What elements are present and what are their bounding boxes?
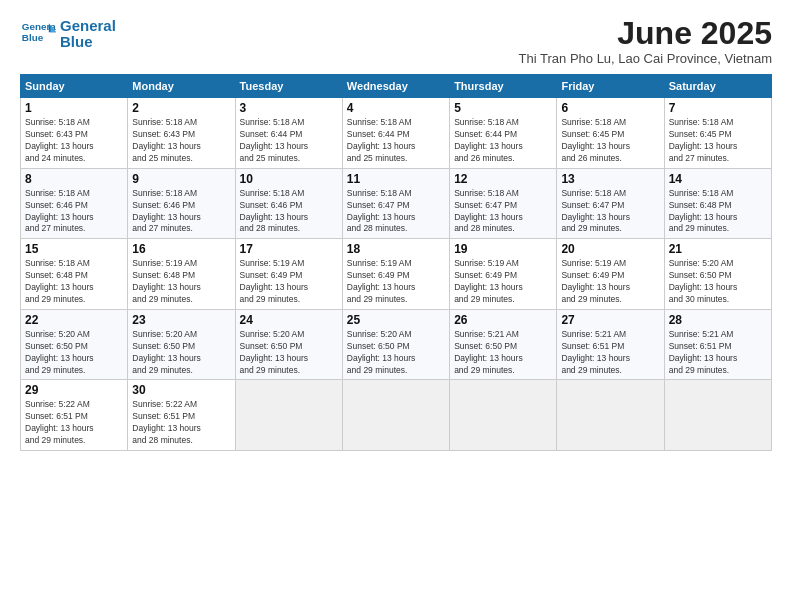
calendar-cell: 9Sunrise: 5:18 AM Sunset: 6:46 PM Daylig… <box>128 168 235 239</box>
day-of-week-header: Saturday <box>664 75 771 98</box>
day-number: 26 <box>454 313 552 327</box>
day-info: Sunrise: 5:18 AM Sunset: 6:47 PM Dayligh… <box>347 188 445 236</box>
calendar-cell: 25Sunrise: 5:20 AM Sunset: 6:50 PM Dayli… <box>342 309 449 380</box>
day-info: Sunrise: 5:18 AM Sunset: 6:47 PM Dayligh… <box>454 188 552 236</box>
day-info: Sunrise: 5:19 AM Sunset: 6:48 PM Dayligh… <box>132 258 230 306</box>
day-info: Sunrise: 5:22 AM Sunset: 6:51 PM Dayligh… <box>25 399 123 447</box>
calendar-week-row: 8Sunrise: 5:18 AM Sunset: 6:46 PM Daylig… <box>21 168 772 239</box>
calendar-cell: 10Sunrise: 5:18 AM Sunset: 6:46 PM Dayli… <box>235 168 342 239</box>
day-of-week-header: Tuesday <box>235 75 342 98</box>
calendar-cell: 17Sunrise: 5:19 AM Sunset: 6:49 PM Dayli… <box>235 239 342 310</box>
calendar-cell: 3Sunrise: 5:18 AM Sunset: 6:44 PM Daylig… <box>235 98 342 169</box>
day-number: 6 <box>561 101 659 115</box>
calendar-cell: 6Sunrise: 5:18 AM Sunset: 6:45 PM Daylig… <box>557 98 664 169</box>
calendar-cell: 22Sunrise: 5:20 AM Sunset: 6:50 PM Dayli… <box>21 309 128 380</box>
day-number: 14 <box>669 172 767 186</box>
day-number: 9 <box>132 172 230 186</box>
day-info: Sunrise: 5:18 AM Sunset: 6:45 PM Dayligh… <box>669 117 767 165</box>
location: Thi Tran Pho Lu, Lao Cai Province, Vietn… <box>519 51 772 66</box>
header: General Blue General Blue June 2025 Thi … <box>20 16 772 66</box>
calendar-cell <box>557 380 664 451</box>
day-info: Sunrise: 5:20 AM Sunset: 6:50 PM Dayligh… <box>240 329 338 377</box>
day-info: Sunrise: 5:18 AM Sunset: 6:48 PM Dayligh… <box>669 188 767 236</box>
calendar-cell: 11Sunrise: 5:18 AM Sunset: 6:47 PM Dayli… <box>342 168 449 239</box>
day-info: Sunrise: 5:18 AM Sunset: 6:43 PM Dayligh… <box>25 117 123 165</box>
day-info: Sunrise: 5:21 AM Sunset: 6:51 PM Dayligh… <box>669 329 767 377</box>
calendar-cell: 5Sunrise: 5:18 AM Sunset: 6:44 PM Daylig… <box>450 98 557 169</box>
calendar-cell: 18Sunrise: 5:19 AM Sunset: 6:49 PM Dayli… <box>342 239 449 310</box>
calendar-week-row: 1Sunrise: 5:18 AM Sunset: 6:43 PM Daylig… <box>21 98 772 169</box>
day-number: 15 <box>25 242 123 256</box>
calendar-cell: 13Sunrise: 5:18 AM Sunset: 6:47 PM Dayli… <box>557 168 664 239</box>
day-number: 19 <box>454 242 552 256</box>
calendar-cell: 1Sunrise: 5:18 AM Sunset: 6:43 PM Daylig… <box>21 98 128 169</box>
calendar-week-row: 15Sunrise: 5:18 AM Sunset: 6:48 PM Dayli… <box>21 239 772 310</box>
calendar: SundayMondayTuesdayWednesdayThursdayFrid… <box>20 74 772 451</box>
calendar-week-row: 22Sunrise: 5:20 AM Sunset: 6:50 PM Dayli… <box>21 309 772 380</box>
calendar-cell: 2Sunrise: 5:18 AM Sunset: 6:43 PM Daylig… <box>128 98 235 169</box>
day-number: 13 <box>561 172 659 186</box>
calendar-cell: 19Sunrise: 5:19 AM Sunset: 6:49 PM Dayli… <box>450 239 557 310</box>
logo: General Blue General Blue <box>20 16 116 52</box>
day-number: 16 <box>132 242 230 256</box>
logo-text-general: General <box>60 18 116 35</box>
day-info: Sunrise: 5:18 AM Sunset: 6:44 PM Dayligh… <box>454 117 552 165</box>
title-block: June 2025 Thi Tran Pho Lu, Lao Cai Provi… <box>519 16 772 66</box>
day-info: Sunrise: 5:18 AM Sunset: 6:48 PM Dayligh… <box>25 258 123 306</box>
day-number: 24 <box>240 313 338 327</box>
month-title: June 2025 <box>519 16 772 51</box>
day-info: Sunrise: 5:21 AM Sunset: 6:51 PM Dayligh… <box>561 329 659 377</box>
calendar-cell: 29Sunrise: 5:22 AM Sunset: 6:51 PM Dayli… <box>21 380 128 451</box>
calendar-week-row: 29Sunrise: 5:22 AM Sunset: 6:51 PM Dayli… <box>21 380 772 451</box>
day-number: 8 <box>25 172 123 186</box>
day-info: Sunrise: 5:18 AM Sunset: 6:43 PM Dayligh… <box>132 117 230 165</box>
day-of-week-header: Monday <box>128 75 235 98</box>
day-number: 25 <box>347 313 445 327</box>
calendar-cell <box>342 380 449 451</box>
day-info: Sunrise: 5:18 AM Sunset: 6:46 PM Dayligh… <box>240 188 338 236</box>
calendar-cell <box>450 380 557 451</box>
day-info: Sunrise: 5:18 AM Sunset: 6:44 PM Dayligh… <box>240 117 338 165</box>
calendar-cell: 12Sunrise: 5:18 AM Sunset: 6:47 PM Dayli… <box>450 168 557 239</box>
calendar-cell: 30Sunrise: 5:22 AM Sunset: 6:51 PM Dayli… <box>128 380 235 451</box>
calendar-cell <box>235 380 342 451</box>
calendar-cell: 14Sunrise: 5:18 AM Sunset: 6:48 PM Dayli… <box>664 168 771 239</box>
calendar-cell: 4Sunrise: 5:18 AM Sunset: 6:44 PM Daylig… <box>342 98 449 169</box>
day-of-week-header: Sunday <box>21 75 128 98</box>
day-info: Sunrise: 5:20 AM Sunset: 6:50 PM Dayligh… <box>347 329 445 377</box>
day-number: 7 <box>669 101 767 115</box>
day-number: 30 <box>132 383 230 397</box>
calendar-cell: 24Sunrise: 5:20 AM Sunset: 6:50 PM Dayli… <box>235 309 342 380</box>
day-number: 1 <box>25 101 123 115</box>
day-info: Sunrise: 5:20 AM Sunset: 6:50 PM Dayligh… <box>669 258 767 306</box>
calendar-cell: 20Sunrise: 5:19 AM Sunset: 6:49 PM Dayli… <box>557 239 664 310</box>
day-number: 11 <box>347 172 445 186</box>
svg-text:Blue: Blue <box>22 32 44 43</box>
calendar-cell: 15Sunrise: 5:18 AM Sunset: 6:48 PM Dayli… <box>21 239 128 310</box>
day-info: Sunrise: 5:19 AM Sunset: 6:49 PM Dayligh… <box>454 258 552 306</box>
day-info: Sunrise: 5:21 AM Sunset: 6:50 PM Dayligh… <box>454 329 552 377</box>
day-number: 4 <box>347 101 445 115</box>
calendar-cell: 26Sunrise: 5:21 AM Sunset: 6:50 PM Dayli… <box>450 309 557 380</box>
day-number: 18 <box>347 242 445 256</box>
day-number: 28 <box>669 313 767 327</box>
day-number: 12 <box>454 172 552 186</box>
calendar-cell: 28Sunrise: 5:21 AM Sunset: 6:51 PM Dayli… <box>664 309 771 380</box>
day-number: 27 <box>561 313 659 327</box>
calendar-header-row: SundayMondayTuesdayWednesdayThursdayFrid… <box>21 75 772 98</box>
day-number: 29 <box>25 383 123 397</box>
logo-text-blue: Blue <box>60 34 116 51</box>
day-info: Sunrise: 5:20 AM Sunset: 6:50 PM Dayligh… <box>25 329 123 377</box>
day-info: Sunrise: 5:22 AM Sunset: 6:51 PM Dayligh… <box>132 399 230 447</box>
day-info: Sunrise: 5:19 AM Sunset: 6:49 PM Dayligh… <box>561 258 659 306</box>
day-info: Sunrise: 5:18 AM Sunset: 6:47 PM Dayligh… <box>561 188 659 236</box>
calendar-cell: 21Sunrise: 5:20 AM Sunset: 6:50 PM Dayli… <box>664 239 771 310</box>
day-of-week-header: Wednesday <box>342 75 449 98</box>
day-info: Sunrise: 5:19 AM Sunset: 6:49 PM Dayligh… <box>240 258 338 306</box>
logo-icon: General Blue <box>20 16 56 52</box>
day-number: 20 <box>561 242 659 256</box>
calendar-cell: 27Sunrise: 5:21 AM Sunset: 6:51 PM Dayli… <box>557 309 664 380</box>
day-number: 21 <box>669 242 767 256</box>
day-info: Sunrise: 5:20 AM Sunset: 6:50 PM Dayligh… <box>132 329 230 377</box>
calendar-cell: 23Sunrise: 5:20 AM Sunset: 6:50 PM Dayli… <box>128 309 235 380</box>
